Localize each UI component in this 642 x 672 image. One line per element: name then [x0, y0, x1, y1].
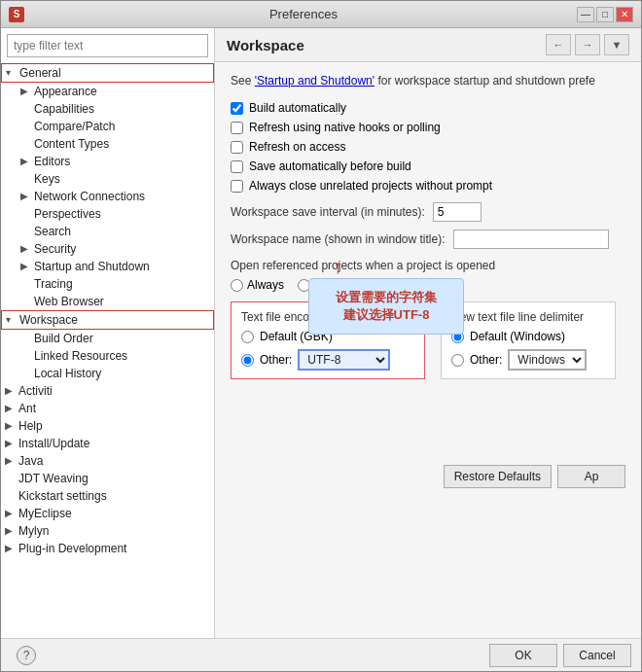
tree-item-keys[interactable]: Keys	[1, 170, 214, 188]
tree-area: ▾ General ▶ Appearance Capabilities Comp…	[1, 63, 214, 638]
checkbox-refresh-access: Refresh on access	[231, 140, 625, 154]
content-area: ▾ General ▶ Appearance Capabilities Comp…	[1, 28, 641, 638]
nav-dropdown-button[interactable]: ▼	[604, 34, 629, 55]
tree-item-perspectives[interactable]: Perspectives	[1, 205, 214, 223]
tree-item-general[interactable]: ▾ General	[1, 63, 214, 83]
apply-button[interactable]: Ap	[557, 465, 625, 488]
startup-link[interactable]: 'Startup and Shutdown'	[255, 74, 374, 88]
tree-item-compare-patch[interactable]: Compare/Patch	[1, 118, 214, 135]
maximize-button[interactable]: □	[596, 7, 614, 22]
radio-always[interactable]: Always	[231, 278, 284, 292]
tree-item-plugin[interactable]: ▶ Plug-in Development	[1, 540, 214, 557]
tooltip-line2: 建议选择UTF-8	[323, 306, 449, 324]
tree-label-kickstart: Kickstart settings	[18, 489, 210, 503]
tree-item-workspace[interactable]: ▾ Workspace	[1, 310, 214, 330]
newline-select[interactable]: Windows Unix Mac	[508, 349, 587, 371]
arrow-perspectives	[20, 208, 32, 220]
arrow-search	[20, 226, 32, 237]
tree-label-help: Help	[18, 419, 210, 433]
right-title: Workspace	[227, 37, 546, 53]
tree-item-java[interactable]: ▶ Java	[1, 452, 214, 470]
save-interval-input[interactable]	[433, 202, 482, 222]
tree-item-jdt[interactable]: JDT Weaving	[1, 470, 214, 487]
tree-item-local-history[interactable]: Local History	[1, 365, 214, 382]
forward-button[interactable]: →	[575, 34, 600, 55]
tree-item-ant[interactable]: ▶ Ant	[1, 400, 214, 417]
checkbox-save-build-input[interactable]	[231, 160, 243, 173]
restore-apply-row: Restore Defaults Ap	[231, 465, 625, 488]
tree-item-mylyn[interactable]: ▶ Mylyn	[1, 522, 214, 540]
checkbox-build-auto: Build automatically	[231, 101, 625, 115]
arrow-editors: ▶	[20, 156, 32, 167]
tree-item-editors[interactable]: ▶ Editors	[1, 153, 214, 170]
tree-label-java: Java	[18, 454, 210, 468]
tree-label-compare: Compare/Patch	[34, 120, 210, 133]
right-panel: Workspace ← → ▼ See 'Startup and Shutdow…	[215, 28, 641, 638]
tree-label-ant: Ant	[18, 402, 210, 415]
tree-item-capabilities[interactable]: Capabilities	[1, 100, 214, 118]
arrow-tracing	[20, 278, 32, 290]
restore-defaults-button[interactable]: Restore Defaults	[444, 465, 552, 488]
encoding-gbk-radio[interactable]	[241, 331, 254, 343]
newline-default-row: Default (Windows)	[451, 330, 605, 343]
tree-label-local: Local History	[34, 367, 210, 380]
filter-input[interactable]	[7, 34, 208, 57]
cancel-button[interactable]: Cancel	[563, 644, 631, 667]
ok-button[interactable]: OK	[489, 644, 557, 667]
tree-label-jdt: JDT Weaving	[18, 472, 210, 485]
tree-item-install[interactable]: ▶ Install/Update	[1, 435, 214, 452]
tree-item-activiti[interactable]: ▶ Activiti	[1, 382, 214, 400]
open-ref-label: Open referenced projects when a project …	[231, 259, 625, 272]
newline-other-row: Other: Windows Unix Mac	[451, 349, 605, 371]
encoding-select[interactable]: UTF-8 UTF-16 ISO-8859-1 GBK	[298, 349, 390, 371]
tree-label-workspace: Workspace	[19, 313, 209, 327]
workspace-name-input[interactable]	[453, 230, 609, 249]
tree-item-build-order[interactable]: Build Order	[1, 330, 214, 347]
encoding-other-label: Other:	[260, 353, 292, 367]
help-button[interactable]: ?	[17, 646, 36, 665]
info-text: See	[231, 74, 255, 88]
tree-item-network[interactable]: ▶ Network Connections	[1, 188, 214, 205]
tree-item-tracing[interactable]: Tracing	[1, 275, 214, 293]
tree-item-web-browser[interactable]: Web Browser	[1, 293, 214, 310]
close-button[interactable]: ✕	[616, 7, 633, 22]
tree-label-activiti: Activiti	[18, 384, 210, 398]
arrow-keys	[20, 173, 32, 185]
newline-other-label: Other:	[470, 353, 502, 367]
tree-item-content-types[interactable]: Content Types	[1, 135, 214, 153]
workspace-name-row: Workspace name (shown in window title):	[231, 230, 625, 249]
tree-item-myeclipse[interactable]: ▶ MyEclipse	[1, 505, 214, 522]
radio-always-input[interactable]	[231, 279, 243, 292]
checkbox-build-auto-input[interactable]	[231, 102, 243, 115]
tree-item-security[interactable]: ▶ Security	[1, 240, 214, 258]
arrow-help: ▶	[5, 420, 17, 432]
tree-item-help[interactable]: ▶ Help	[1, 417, 214, 435]
checkbox-refresh-native: Refresh using native hooks or polling	[231, 121, 625, 134]
arrow-general: ▾	[6, 67, 18, 79]
checkbox-close-unrelated-input[interactable]	[231, 180, 243, 193]
tree-item-appearance[interactable]: ▶ Appearance	[1, 83, 214, 100]
info-line: See 'Startup and Shutdown' for workspace…	[231, 74, 625, 88]
right-scroll: See 'Startup and Shutdown' for workspace…	[215, 62, 641, 638]
arrow-install: ▶	[5, 438, 17, 449]
checkbox-refresh-access-input[interactable]	[231, 141, 243, 154]
arrow-network: ▶	[20, 191, 32, 202]
arrow-capabilities	[20, 103, 32, 115]
tree-item-kickstart[interactable]: Kickstart settings	[1, 487, 214, 505]
checkbox-refresh-native-input[interactable]	[231, 122, 243, 134]
tree-item-startup[interactable]: ▶ Startup and Shutdown	[1, 258, 214, 275]
tree-item-linked[interactable]: Linked Resources	[1, 347, 214, 365]
minimize-button[interactable]: —	[577, 7, 594, 22]
arrow-startup: ▶	[20, 261, 32, 272]
tree-label-perspectives: Perspectives	[34, 207, 210, 221]
arrow-build-order	[20, 333, 32, 344]
back-button[interactable]: ←	[546, 34, 571, 55]
newline-other-radio[interactable]	[451, 354, 464, 367]
arrow-web	[20, 296, 32, 307]
newline-box: New text file line delimiter Default (Wi…	[441, 301, 616, 379]
encoding-other-radio[interactable]	[241, 354, 254, 367]
arrow-myeclipse: ▶	[5, 508, 17, 519]
tree-label-tracing: Tracing	[34, 277, 210, 291]
arrow-mylyn: ▶	[5, 525, 17, 537]
tree-item-search[interactable]: Search	[1, 223, 214, 240]
